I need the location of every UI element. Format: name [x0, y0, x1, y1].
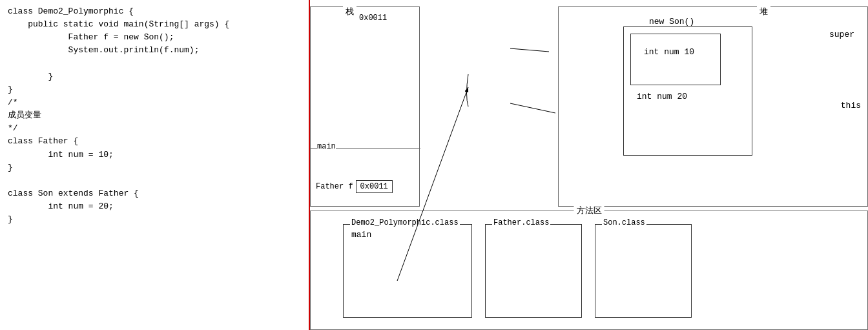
- main-frame-label: main: [317, 142, 336, 151]
- father-class-label: Father.class: [492, 218, 550, 227]
- heap-outer-box: int num 10 int num 20: [623, 26, 752, 156]
- demo2-class-box: Demo2_Polymorphic.class main: [343, 224, 472, 318]
- father-class-box: Father.class: [485, 224, 582, 318]
- diagram-panel: 栈 0x0011 main Father f 0x0011 堆 new Son(…: [310, 0, 868, 330]
- father-f-label: Father f: [316, 182, 353, 191]
- heap-inner-box: int num 10: [630, 34, 721, 85]
- this-label: this: [841, 101, 861, 110]
- father-f-row: Father f 0x0011: [316, 180, 393, 193]
- son-class-label: Son.class: [602, 218, 646, 227]
- son-class-box: Son.class: [595, 224, 692, 318]
- address-label: 0x0011: [359, 14, 387, 23]
- super-label: super: [829, 30, 854, 39]
- code-panel: class Demo2_Polymorphic { public static …: [0, 0, 310, 330]
- main-frame: main Father f 0x0011: [311, 148, 420, 206]
- new-son-label: new Son(): [649, 17, 694, 26]
- heap-label: 堆: [757, 6, 770, 17]
- method-area: 方法区 Demo2_Polymorphic.class main Father.…: [310, 211, 868, 330]
- demo2-class-content: main: [344, 225, 471, 245]
- stack-area: 栈 0x0011 main Father f 0x0011: [310, 6, 420, 207]
- svg-line-2: [510, 103, 555, 113]
- main-method-label: main: [351, 230, 371, 240]
- method-area-label: 方法区: [574, 205, 604, 216]
- father-f-value: 0x0011: [356, 180, 393, 193]
- stack-label: 栈: [343, 6, 356, 17]
- heap-area: 堆 new Son() super this int num 10 int nu…: [558, 6, 868, 207]
- heap-inner-value: int num 10: [644, 47, 694, 57]
- svg-line-1: [510, 48, 549, 52]
- code-text: class Demo2_Polymorphic { public static …: [8, 5, 301, 226]
- demo2-class-label: Demo2_Polymorphic.class: [350, 218, 460, 227]
- heap-outer-value: int num 20: [637, 92, 687, 101]
